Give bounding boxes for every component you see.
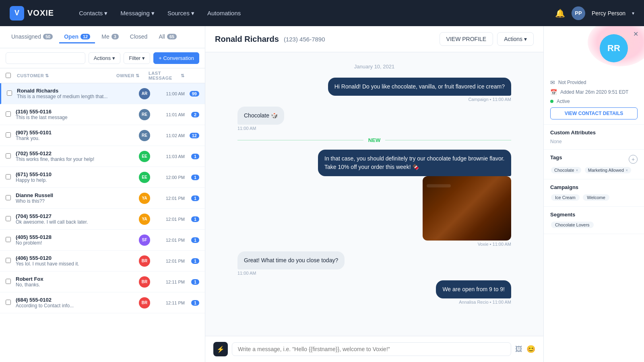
tab-all[interactable]: All 65 — [154, 31, 182, 43]
owner-avatar: BR — [139, 255, 150, 267]
unread-count-badge: 1 — [191, 195, 199, 201]
conv-checkbox[interactable] — [6, 258, 11, 263]
owner-avatar: RE — [139, 130, 150, 141]
top-navigation: V VOXIE Contacts ▾ Messaging ▾ Sources ▾… — [0, 0, 644, 26]
campaigns-title: Campaigns — [550, 184, 638, 190]
conversation-item[interactable]: Dianne Russell Who is this?? YA 12:01 PM… — [0, 188, 205, 209]
nav-item-contacts[interactable]: Contacts ▾ — [73, 6, 113, 20]
profile-details-section: ✉ Not Provided 📅 Added Mar 26m 2020 9:51… — [544, 74, 644, 125]
close-panel-button[interactable]: ✕ — [633, 30, 638, 38]
message-bubble: Chocolate 🎲 — [237, 107, 284, 125]
nav-item-automations[interactable]: Automations — [202, 6, 246, 20]
quick-reply-button[interactable]: ⚡ — [213, 342, 228, 356]
conv-checkbox[interactable] — [6, 132, 11, 138]
conv-checkbox[interactable] — [6, 195, 11, 200]
message-row: Great! What time do you close today? 11:… — [237, 251, 511, 276]
conversation-last-message: According to Contact info... — [16, 303, 128, 309]
message-row: In that case, you should definitely try … — [237, 150, 511, 247]
notifications-bell-icon[interactable]: 🔔 — [555, 8, 565, 18]
remove-tag-button[interactable]: × — [576, 168, 578, 173]
conversation-last-message: Thank you. — [16, 136, 128, 141]
message-meta: 11:00 AM — [237, 126, 256, 131]
conv-checkbox[interactable] — [6, 153, 11, 158]
conversation-item[interactable]: (704) 555-0127 Ok awesome. I will call b… — [0, 209, 205, 230]
custom-attributes-value: None — [550, 139, 638, 144]
email-icon: ✉ — [550, 79, 555, 86]
message-bubble: Great! What time do you close today? — [237, 251, 345, 269]
tab-unassigned[interactable]: Unassigned 50 — [6, 31, 58, 43]
unread-count-badge: 1 — [191, 175, 199, 180]
image-upload-icon[interactable]: 🖼 — [515, 345, 522, 354]
conversation-item[interactable]: Robert Fox No, thanks. BR 12:11 PM 1 — [0, 272, 205, 292]
message-row: Hi Ronald! Do you like chocolate, vanill… — [237, 78, 511, 102]
emoji-icon[interactable]: 😊 — [526, 345, 535, 354]
contact-avatar-large: RR — [600, 34, 628, 62]
owner-avatar: AR — [139, 88, 150, 99]
conv-checkbox[interactable] — [6, 174, 11, 179]
sort-icon: ⇅ — [45, 73, 49, 78]
select-all-checkbox[interactable] — [6, 73, 17, 79]
remove-tag-button[interactable]: × — [625, 168, 628, 173]
add-tag-button[interactable]: + — [629, 155, 638, 164]
nav-item-sources[interactable]: Sources ▾ — [162, 6, 200, 20]
tags-title: Tags — [550, 154, 562, 160]
actions-button[interactable]: Actions ▾ — [497, 32, 534, 46]
tab-open[interactable]: Open 12 — [59, 31, 95, 43]
conv-checkbox[interactable] — [6, 216, 11, 221]
conversation-time: 12:01 PM — [161, 259, 185, 263]
conversation-time: 11:01 AM — [161, 112, 185, 117]
chevron-down-icon: ▾ — [524, 36, 527, 42]
main-layout: Unassigned 50 Open 12 Me 3 Closed All 65 — [0, 26, 644, 362]
actions-dropdown-button[interactable]: Actions ▾ — [89, 52, 121, 64]
customer-col-header: Customer ⇅ — [17, 73, 116, 78]
add-conversation-button[interactable]: + Conversation — [153, 52, 199, 64]
table-header: Customer ⇅ Owner ⇅ Last Message ⇅ — [0, 68, 205, 83]
conversation-item[interactable]: (316) 555-0116 This is the last message … — [0, 104, 205, 125]
conversation-item[interactable]: (406) 555-0120 Yes lol. I must have miss… — [0, 251, 205, 272]
unread-count-badge: 99 — [190, 91, 199, 97]
nav-item-messaging[interactable]: Messaging ▾ — [115, 6, 160, 20]
view-contact-details-button[interactable]: VIEW CONTACT DETAILS — [550, 107, 638, 119]
conversation-last-message: Yes lol. I must have missed it. — [16, 261, 128, 267]
conversation-contact-name: (907) 555-0101 — [16, 130, 128, 136]
conversation-item[interactable]: (405) 555-0128 No problem! SF 12:01 PM 1 — [0, 230, 205, 251]
conversation-contact-name: (702) 555-0122 — [16, 150, 128, 156]
message-input[interactable] — [232, 342, 511, 356]
conv-checkbox[interactable] — [6, 279, 11, 284]
user-menu-chevron-icon[interactable]: ▾ — [632, 10, 634, 16]
owner-avatar: BR — [139, 276, 150, 288]
active-status-icon — [550, 100, 553, 103]
logo-area[interactable]: V VOXIE — [10, 6, 54, 21]
conversation-item[interactable]: (684) 555-0102 According to Contact info… — [0, 292, 205, 313]
filter-button[interactable]: Filter ▾ — [124, 52, 150, 64]
message-bubble: In that case, you should definitely try … — [318, 150, 511, 176]
segment-item: Chocolate Lovers — [551, 222, 594, 228]
unread-count-badge: 1 — [191, 300, 199, 306]
conv-checkbox[interactable] — [6, 111, 11, 117]
search-input[interactable] — [6, 52, 85, 64]
conversation-contact-name: (316) 555-0116 — [16, 109, 128, 115]
conversation-item[interactable]: (671) 555-0110 Happy to help. EE 12:00 P… — [0, 167, 205, 188]
conversation-contact-name: (671) 555-0110 — [16, 171, 128, 177]
conv-checkbox[interactable] — [6, 300, 11, 305]
calendar-icon: 📅 — [550, 89, 557, 95]
conversation-item[interactable]: (702) 555-0122 This works fine, thanks f… — [0, 146, 205, 167]
conversation-item[interactable]: (907) 555-0101 Thank you. RE 11:02 AM 12 — [0, 125, 205, 146]
owner-avatar: BR — [139, 297, 150, 309]
view-profile-button[interactable]: VIEW PROFILE — [440, 32, 493, 46]
conversation-last-message: No problem! — [16, 240, 128, 246]
conversation-time: 12:00 PM — [161, 175, 185, 180]
chat-area: Ronald Richards (123) 456-7890 VIEW PROF… — [205, 26, 543, 362]
conversation-last-message: This is a message of medium length that.… — [17, 94, 128, 99]
conversation-time: 12:01 PM — [161, 196, 185, 201]
conv-checkbox[interactable] — [6, 237, 11, 242]
tab-closed[interactable]: Closed — [125, 31, 153, 43]
conversation-contact-name: (684) 555-0102 — [16, 297, 128, 303]
tab-me[interactable]: Me 3 — [97, 31, 124, 43]
unread-count-badge: 1 — [191, 237, 199, 243]
conversation-item[interactable]: Ronald Richards This is a message of med… — [0, 83, 205, 104]
conv-checkbox[interactable] — [7, 90, 12, 96]
custom-attributes-title: Custom Attributes — [550, 130, 638, 136]
unread-count-badge: 12 — [190, 133, 199, 138]
open-count-badge: 12 — [80, 34, 90, 39]
